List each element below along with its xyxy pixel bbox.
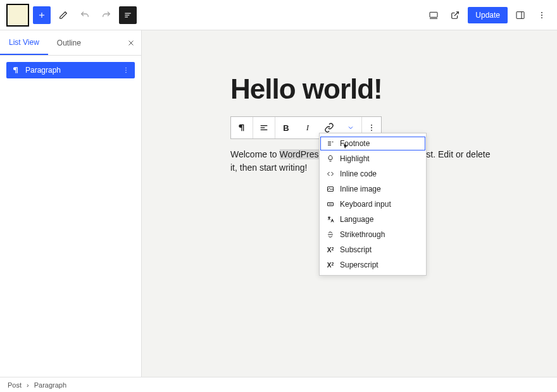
svg-rect-5 bbox=[430, 12, 437, 17]
selected-text: WordPress bbox=[280, 149, 323, 159]
document-overview-button[interactable] bbox=[119, 6, 137, 24]
link-icon bbox=[324, 123, 334, 133]
dropdown-item-inline-code[interactable]: Inline code bbox=[320, 166, 426, 181]
breadcrumb-post[interactable]: Post bbox=[8, 381, 22, 389]
update-button[interactable]: Update bbox=[468, 7, 508, 23]
paragraph-icon bbox=[11, 66, 20, 75]
dropdown-item-superscript[interactable]: X2 Superscript bbox=[320, 257, 426, 273]
svg-point-23 bbox=[371, 130, 372, 131]
svg-rect-8 bbox=[516, 11, 524, 18]
tab-outline[interactable]: Outline bbox=[48, 30, 90, 55]
kebab-icon bbox=[367, 123, 376, 132]
svg-point-22 bbox=[371, 127, 372, 128]
language-icon bbox=[326, 216, 335, 223]
redo-icon bbox=[101, 10, 111, 20]
svg-line-7 bbox=[454, 11, 458, 15]
cursor-icon bbox=[342, 144, 349, 150]
align-left-icon bbox=[259, 123, 269, 133]
tab-list-view[interactable]: List View bbox=[0, 30, 48, 55]
breadcrumb-separator: › bbox=[27, 381, 29, 389]
list-icon bbox=[123, 11, 132, 20]
block-list-item-options[interactable] bbox=[122, 66, 130, 74]
options-button[interactable] bbox=[533, 6, 551, 24]
document-overview-sidebar: List View Outline Paragraph bbox=[0, 30, 142, 377]
site-logo[interactable] bbox=[6, 4, 29, 27]
settings-toggle-button[interactable] bbox=[511, 6, 529, 24]
sidebar-icon bbox=[515, 10, 525, 20]
plus-icon bbox=[37, 11, 46, 20]
dropdown-item-subscript[interactable]: X2 Subscript bbox=[320, 242, 426, 257]
svg-point-12 bbox=[541, 17, 542, 18]
footnote-icon bbox=[326, 140, 335, 147]
dropdown-item-footnote[interactable]: Footnote bbox=[320, 136, 426, 151]
preview-button[interactable] bbox=[446, 6, 464, 24]
block-list-item-label: Paragraph bbox=[25, 66, 61, 75]
add-block-button[interactable] bbox=[33, 6, 51, 24]
superscript-icon: X2 bbox=[326, 262, 335, 269]
dropdown-item-strikethrough[interactable]: Strikethrough bbox=[320, 227, 426, 242]
redo-button[interactable] bbox=[97, 6, 115, 24]
undo-button[interactable] bbox=[76, 6, 94, 24]
highlight-icon bbox=[326, 155, 335, 162]
post-title[interactable]: Hello world! bbox=[230, 73, 557, 105]
view-button[interactable] bbox=[425, 6, 442, 24]
breadcrumb-paragraph[interactable]: Paragraph bbox=[34, 381, 66, 389]
edit-mode-button[interactable] bbox=[54, 6, 72, 24]
pilcrow-icon bbox=[237, 123, 247, 133]
pencil-icon bbox=[59, 11, 68, 20]
svg-point-11 bbox=[541, 15, 542, 16]
close-icon bbox=[127, 39, 135, 47]
desktop-icon bbox=[429, 10, 439, 20]
dropdown-item-inline-image[interactable]: Inline image bbox=[320, 181, 426, 197]
sidebar-tabs: List View Outline bbox=[0, 30, 141, 56]
svg-point-21 bbox=[371, 125, 372, 126]
kebab-icon bbox=[122, 66, 130, 74]
svg-point-15 bbox=[125, 68, 127, 69]
svg-point-16 bbox=[125, 70, 127, 71]
external-link-icon bbox=[451, 11, 460, 20]
bold-button[interactable]: B bbox=[275, 117, 297, 138]
dropdown-item-highlight[interactable]: Highlight bbox=[320, 151, 426, 166]
block-breadcrumb: Post › Paragraph bbox=[0, 377, 557, 392]
italic-button[interactable]: I bbox=[297, 117, 318, 138]
code-icon bbox=[326, 170, 335, 178]
svg-point-10 bbox=[541, 11, 542, 13]
block-type-button[interactable] bbox=[231, 117, 253, 138]
kebab-icon bbox=[537, 11, 546, 20]
editor-canvas[interactable]: Hello world! B I bbox=[142, 30, 557, 377]
subscript-icon: X2 bbox=[326, 247, 335, 254]
image-icon bbox=[326, 185, 335, 193]
undo-icon bbox=[80, 10, 90, 20]
svg-point-17 bbox=[125, 72, 127, 73]
more-formatting-dropdown: Footnote Highlight Inline code Inline im… bbox=[319, 133, 427, 276]
strikethrough-icon bbox=[326, 231, 335, 238]
block-list-item-paragraph[interactable]: Paragraph bbox=[6, 62, 135, 78]
chevron-down-icon bbox=[347, 124, 354, 132]
dropdown-item-language[interactable]: Language bbox=[320, 212, 426, 227]
keyboard-icon bbox=[326, 200, 335, 208]
close-sidebar-button[interactable] bbox=[127, 39, 135, 47]
dropdown-item-keyboard-input[interactable]: Keyboard input bbox=[320, 197, 426, 212]
topbar: Update bbox=[0, 0, 557, 30]
align-button[interactable] bbox=[253, 117, 275, 138]
